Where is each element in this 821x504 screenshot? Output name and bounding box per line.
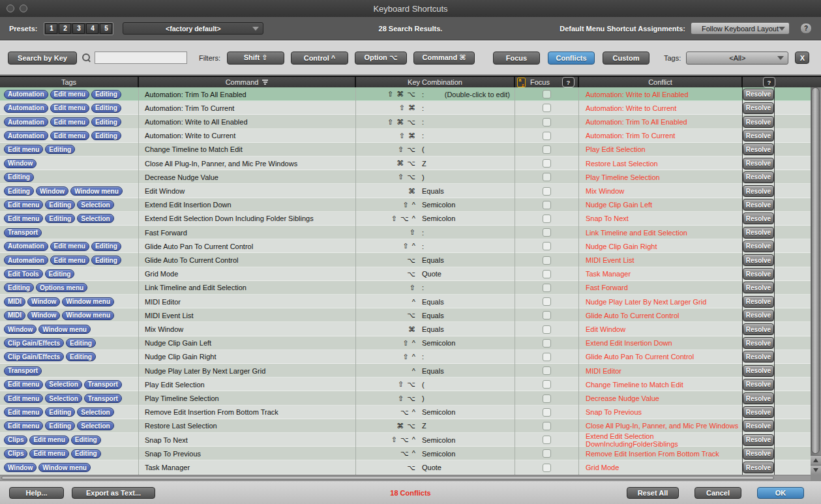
shortcut-row[interactable]: TransportFast Forward⇧:Link Timeline and…	[0, 226, 811, 239]
header-tags[interactable]: Tags	[0, 77, 139, 87]
resolve-button[interactable]: Resolve	[743, 143, 774, 155]
az-sort-icon[interactable]: az	[517, 78, 526, 87]
header-command[interactable]: Command	[139, 77, 356, 87]
tag-chip[interactable]: Editing	[91, 131, 121, 140]
tag-chip[interactable]: Editing	[45, 421, 75, 430]
focus-checkbox[interactable]	[543, 145, 551, 154]
resolve-button[interactable]: Resolve	[743, 254, 774, 266]
tag-chip[interactable]: Automation	[4, 256, 48, 265]
key-combination-cell[interactable]: ⌥Quote	[356, 267, 515, 281]
resolve-button[interactable]: Resolve	[743, 116, 774, 128]
tag-chip[interactable]: Edit menu	[4, 200, 43, 209]
export-as-text-button[interactable]: Export as Text...	[72, 487, 155, 499]
filter-shift-button[interactable]: Shift ⇧	[227, 52, 284, 65]
tag-chip[interactable]: Window menu	[62, 297, 114, 306]
tag-chip[interactable]: Editing	[71, 436, 101, 445]
vertical-scrollbar[interactable]	[811, 87, 821, 475]
tag-chip[interactable]: Editing	[91, 104, 121, 113]
shortcut-row[interactable]: AutomationEdit menuEditingGlide Auto Pan…	[0, 239, 811, 253]
shortcut-row[interactable]: AutomationEdit menuEditingAutomation: Wr…	[0, 115, 811, 128]
focus-checkbox[interactable]	[543, 353, 551, 361]
tag-chip[interactable]: Edit menu	[4, 214, 43, 223]
focus-checkbox[interactable]	[543, 159, 551, 168]
focus-checkbox[interactable]	[543, 408, 551, 417]
key-combination-cell[interactable]: ⇧ ⌥ ^Semicolon	[356, 433, 515, 447]
resolve-button[interactable]: Resolve	[743, 171, 774, 183]
filter-conflicts-button[interactable]: Conflicts	[548, 52, 595, 65]
tag-chip[interactable]: Edit menu	[50, 90, 89, 99]
tag-chip[interactable]: Edit menu	[50, 256, 89, 265]
focus-checkbox[interactable]	[543, 436, 551, 444]
tag-chip[interactable]: Edit menu	[4, 421, 43, 430]
shortcut-row[interactable]: ClipsEdit menuEditingSnap To Next⇧ ⌥ ^Se…	[0, 433, 811, 447]
focus-checkbox[interactable]	[543, 449, 551, 458]
tag-chip[interactable]: MIDI	[4, 297, 25, 306]
preset-button-3[interactable]: 3	[72, 23, 85, 34]
shortcut-row[interactable]: Edit ToolsEditingGrid Mode⌥QuoteTask Man…	[0, 267, 811, 281]
key-combination-cell[interactable]: ⌥Equals	[356, 253, 515, 267]
shortcut-row[interactable]: AutomationEdit menuEditingAutomation: Tr…	[0, 87, 811, 101]
shortcut-row[interactable]: MIDIWindowWindow menuMIDI Editor^EqualsN…	[0, 295, 811, 308]
cancel-button[interactable]: Cancel	[694, 487, 741, 499]
key-combination-cell[interactable]: ⇧ ⌥ ^Semicolon	[356, 212, 515, 226]
filter-option-button[interactable]: Option ⌥	[355, 52, 407, 65]
tag-chip[interactable]: Editing	[91, 242, 121, 251]
search-input[interactable]	[95, 52, 187, 64]
tag-chip[interactable]: Edit menu	[29, 436, 68, 445]
focus-checkbox[interactable]	[543, 215, 551, 223]
tag-chip[interactable]: Editing	[4, 173, 34, 182]
horizontal-scrollbar[interactable]	[0, 475, 811, 481]
shortcut-row[interactable]: Edit menuEditingSelectionExtend Edit Ins…	[0, 198, 811, 212]
shortcut-row[interactable]: MIDIWindowWindow menuMIDI Event List⌥Equ…	[0, 308, 811, 322]
key-combination-cell[interactable]: ⌘Equals	[356, 184, 515, 198]
clear-filters-button[interactable]: X	[795, 52, 809, 64]
resolve-button[interactable]: Resolve	[743, 351, 774, 363]
tag-chip[interactable]: Selection	[77, 200, 113, 209]
tag-chip[interactable]: Editing	[4, 283, 34, 292]
resolve-button[interactable]: Resolve	[743, 268, 774, 280]
key-combination-cell[interactable]: ^Equals	[356, 364, 515, 378]
tag-chip[interactable]: Clips	[4, 436, 27, 445]
tag-chip[interactable]: MIDI	[4, 311, 25, 320]
tag-chip[interactable]: Window menu	[70, 186, 123, 196]
focus-checkbox[interactable]	[543, 242, 551, 250]
key-combination-cell[interactable]: ^Equals	[356, 295, 515, 308]
shortcut-row[interactable]: Clip Gain/EffectsEditingNudge Clip Gain …	[0, 350, 811, 364]
tag-chip[interactable]: Editing	[91, 117, 121, 126]
tag-chip[interactable]: Automation	[4, 131, 48, 140]
header-conflict[interactable]: Conflict	[579, 77, 743, 87]
shortcut-row[interactable]: WindowWindow menuMix Window⌘EqualsEdit W…	[0, 322, 811, 336]
resolve-button[interactable]: Resolve	[743, 213, 774, 224]
key-combination-cell[interactable]: ⌘ ⌥Z	[356, 419, 515, 433]
key-combination-cell[interactable]: ⇧ ⌘ ⌥:	[356, 115, 515, 128]
tag-chip[interactable]: Editing	[66, 352, 96, 361]
key-combination-cell[interactable]: ⇧:	[356, 281, 515, 295]
key-combination-cell[interactable]: ⌥ ^Semicolon	[356, 406, 515, 419]
header-focus[interactable]: az Focus ?	[515, 77, 579, 87]
tag-chip[interactable]: Selection	[77, 214, 113, 223]
key-combination-cell[interactable]: ⇧ ^Semicolon	[356, 336, 515, 350]
key-combination-cell[interactable]: ⇧ ⌥(	[356, 378, 515, 391]
resolve-button[interactable]: Resolve	[743, 102, 774, 114]
resolve-button[interactable]: Resolve	[743, 199, 774, 211]
resolve-button[interactable]: Resolve	[743, 448, 774, 460]
key-combination-cell[interactable]: ⇧ ⌘:	[356, 101, 515, 115]
tag-chip[interactable]: Transport	[84, 380, 122, 389]
preset-dropdown[interactable]: <factory default>	[123, 22, 263, 35]
tag-chip[interactable]: Edit menu	[50, 117, 89, 126]
focus-checkbox[interactable]	[543, 256, 551, 265]
focus-checkbox[interactable]	[543, 90, 551, 98]
focus-checkbox[interactable]	[543, 394, 551, 403]
shortcut-row[interactable]: AutomationEdit menuEditingAutomation: Wr…	[0, 129, 811, 143]
tag-chip[interactable]: Clip Gain/Effects	[4, 338, 64, 348]
key-combination-cell[interactable]: ⇧ ^:	[356, 350, 515, 364]
shortcut-row[interactable]: TransportNudge Play Later By Next Larger…	[0, 364, 811, 378]
resolve-button[interactable]: Resolve	[743, 434, 774, 446]
scroll-up-button[interactable]	[811, 455, 821, 465]
focus-checkbox[interactable]	[543, 201, 551, 209]
reset-all-button[interactable]: Reset All	[627, 487, 679, 499]
tag-chip[interactable]: Selection	[45, 380, 82, 389]
shortcut-row[interactable]: Edit menuEditingChange Timeline to Match…	[0, 143, 811, 156]
shortcut-row[interactable]: Edit menuEditingSelectionExtend Edit Sel…	[0, 212, 811, 226]
shortcut-row[interactable]: EditingDecrease Nudge Value⇧ ⌥)Play Time…	[0, 170, 811, 184]
